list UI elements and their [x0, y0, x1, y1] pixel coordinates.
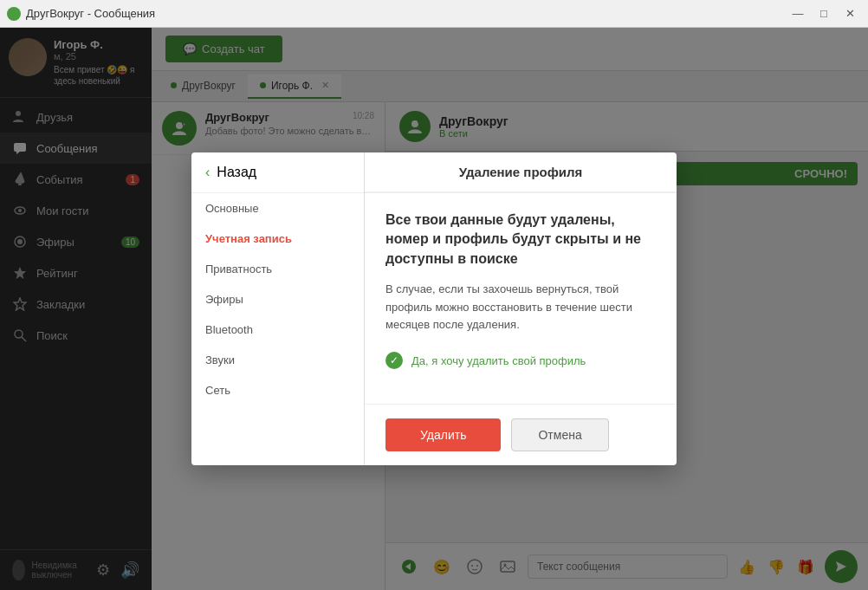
modal-title: Удаление профиля [459, 165, 583, 179]
titlebar: ДругВокруг - Сообщения — □ ✕ [0, 0, 868, 28]
modal-body: Все твои данные будут удалены, номер и п… [365, 193, 677, 405]
modal-footer: Удалить Отмена [365, 404, 677, 465]
modal-overlay: ‹ Назад Основные Учетная запись Приватно… [0, 28, 868, 590]
modal-nav-osnovnye[interactable]: Основные [191, 193, 364, 224]
titlebar-title: ДругВокруг - Сообщения [26, 7, 155, 20]
modal-nav-sounds[interactable]: Звуки [191, 345, 364, 375]
modal-nav-bluetooth[interactable]: Bluetooth [191, 314, 364, 345]
modal-checkbox-row[interactable]: ✓ Да, я хочу удалить свой профиль [385, 352, 656, 369]
maximize-button[interactable]: □ [813, 5, 835, 23]
modal-nav-privacy[interactable]: Приватность [191, 254, 364, 284]
cancel-button[interactable]: Отмена [511, 418, 608, 451]
modal-top-header: Удаление профиля [365, 152, 677, 193]
modal-description: В случае, если ты захочешь вернуться, тв… [385, 281, 656, 334]
modal-back-label: Назад [217, 165, 256, 180]
titlebar-controls: — □ ✕ [787, 5, 861, 23]
modal-nav-uchetka[interactable]: Учетная запись [191, 224, 364, 254]
checkbox-label: Да, я хочу удалить свой профиль [411, 354, 586, 367]
modal-main: Удаление профиля Все твои данные будут у… [365, 152, 677, 466]
back-arrow-icon: ‹ [205, 165, 210, 180]
close-button[interactable]: ✕ [839, 5, 861, 23]
modal-nav-network[interactable]: Сеть [191, 375, 364, 405]
checkbox-icon: ✓ [385, 352, 403, 369]
app-icon [7, 7, 21, 21]
modal-main-title: Все твои данные будут удалены, номер и п… [385, 211, 656, 269]
modal: ‹ Назад Основные Учетная запись Приватно… [191, 152, 677, 466]
modal-layout: ‹ Назад Основные Учетная запись Приватно… [191, 152, 677, 466]
modal-header-center: Удаление профиля [365, 152, 677, 192]
delete-button[interactable]: Удалить [385, 418, 501, 451]
modal-back-button[interactable]: ‹ Назад [191, 152, 364, 193]
modal-sidebar: ‹ Назад Основные Учетная запись Приватно… [191, 152, 365, 466]
modal-nav-ethers[interactable]: Эфиры [191, 284, 364, 314]
titlebar-left: ДругВокруг - Сообщения [7, 7, 155, 21]
minimize-button[interactable]: — [787, 5, 809, 23]
